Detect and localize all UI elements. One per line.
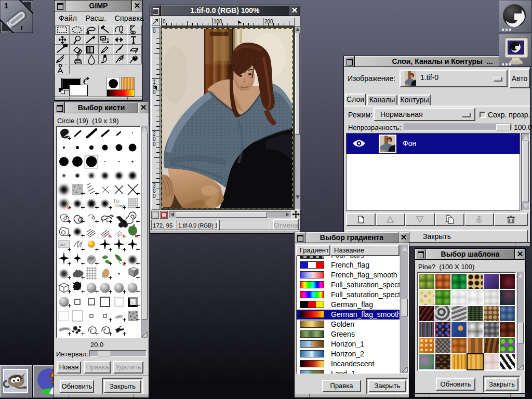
svg-text:100: 100: [214, 19, 222, 24]
svg-text:0: 0: [153, 89, 156, 95]
svg-text:1: 1: [4, 2, 8, 10]
svg-text:0: 0: [153, 28, 156, 34]
svg-text:200: 200: [264, 19, 273, 24]
svg-text:0: 0: [153, 193, 156, 199]
svg-text:The: The: [113, 199, 119, 204]
svg-text:0: 0: [153, 141, 156, 147]
svg-text:XCF: XCF: [60, 243, 66, 247]
svg-text:0: 0: [163, 19, 166, 24]
